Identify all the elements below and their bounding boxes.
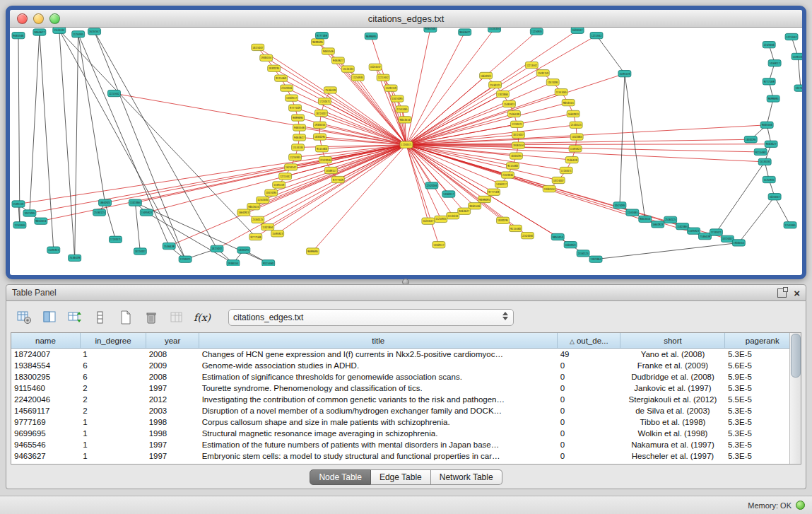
graph-edge[interactable] — [30, 145, 406, 214]
graph-node[interactable]: 17240471 — [560, 167, 572, 173]
graph-node[interactable]: 16244547 — [88, 28, 101, 35]
graph-node[interactable]: 16244547 — [571, 28, 584, 33]
graph-node[interactable]: 12213442 — [108, 90, 121, 96]
graph-node[interactable]: 15491159 — [792, 53, 802, 59]
row-height-icon[interactable] — [91, 308, 110, 327]
network-canvas[interactable]: 1724047118724007193845541830029591154602… — [10, 28, 802, 266]
graph-edge[interactable] — [18, 35, 20, 225]
graph-node[interactable]: 15491159 — [536, 70, 549, 76]
graph-node[interactable]: 25160125 — [489, 81, 502, 88]
network-graph[interactable]: 1724047118724007193845541830029591154602… — [10, 28, 802, 266]
graph-node[interactable]: 16640923 — [564, 242, 577, 248]
graph-node[interactable]: 11254935 — [289, 154, 302, 160]
graph-node[interactable]: 18300295 — [510, 153, 522, 159]
graph-node[interactable]: 11543465 — [257, 197, 269, 203]
graph-node[interactable]: 19384554 — [543, 185, 555, 192]
graph-node[interactable]: 9699695 — [292, 115, 305, 121]
table-cell[interactable]: 19384554 — [11, 360, 80, 371]
graph-edge[interactable] — [169, 145, 406, 246]
graph-node[interactable]: 25160125 — [570, 122, 582, 128]
graph-node[interactable]: 14569117 — [433, 242, 445, 248]
table-cell[interactable]: 1 — [80, 349, 146, 361]
graph-node[interactable]: 11254935 — [72, 31, 85, 37]
graph-node[interactable]: 9699695 — [478, 196, 491, 202]
table-row[interactable]: 969969511998Structural magnetic resonanc… — [11, 428, 800, 439]
graph-node[interactable]: 9777169 — [315, 33, 328, 39]
graph-node[interactable]: 17240471 — [318, 98, 331, 105]
graph-node[interactable]: 16640923 — [237, 209, 250, 216]
graph-node[interactable]: 11543465 — [396, 106, 408, 112]
graph-node[interactable]: 16640923 — [567, 110, 579, 117]
table-cell[interactable]: 6 — [80, 371, 146, 382]
table-cell[interactable]: 1997 — [146, 439, 199, 450]
graph-node[interactable]: 17240471 — [109, 236, 122, 243]
graph-edge[interactable] — [40, 33, 54, 250]
table-row[interactable]: 1830029562008Estimation of significance … — [11, 371, 800, 382]
table-cell[interactable]: 0 — [558, 405, 620, 416]
graph-node[interactable]: 15134334 — [53, 28, 66, 33]
graph-node[interactable]: 15491159 — [618, 71, 631, 77]
graph-edge[interactable] — [59, 30, 256, 237]
column-header-year[interactable]: year — [146, 333, 199, 349]
graph-node[interactable]: 12213442 — [377, 74, 389, 81]
table-scrollbar[interactable] — [789, 333, 801, 464]
graph-node[interactable]: 12213442 — [525, 62, 538, 68]
graph-edge[interactable] — [406, 145, 760, 152]
table-row[interactable]: 911546021997Tourette syndrome. Phenomeno… — [11, 382, 800, 394]
graph-node[interactable]: 9699695 — [767, 95, 779, 102]
graph-node[interactable]: 15134334 — [292, 144, 305, 151]
graph-node[interactable]: 7536439 — [507, 110, 520, 117]
graph-node[interactable]: 18724007 — [512, 132, 524, 138]
graph-node[interactable]: 11543465 — [626, 209, 639, 216]
graph-node[interactable]: 9115460 — [315, 146, 328, 152]
graph-node[interactable]: 14569117 — [768, 60, 781, 66]
graph-node[interactable]: 15134334 — [341, 66, 354, 72]
table-cell[interactable]: Franke et al. (2009) — [620, 360, 725, 371]
table-cell[interactable]: 5.3E-5 — [725, 416, 800, 428]
graph-node[interactable]: 9463627 — [33, 29, 46, 35]
table-cell[interactable]: 0 — [558, 371, 620, 382]
graph-node[interactable]: 9465546 — [293, 124, 306, 131]
graph-node[interactable]: 12213442 — [785, 33, 798, 40]
close-button[interactable] — [17, 13, 28, 24]
table-cell[interactable]: 18724007 — [11, 349, 80, 361]
table-cell[interactable]: 49 — [558, 349, 620, 361]
graph-node[interactable]: 7536439 — [565, 156, 578, 163]
graph-edge[interactable] — [767, 99, 773, 125]
graph-edge[interactable] — [59, 30, 75, 258]
graph-node[interactable]: 9853414 — [562, 99, 575, 105]
graph-edge[interactable] — [406, 82, 553, 144]
graph-node[interactable]: 9699695 — [311, 39, 324, 45]
graph-node[interactable]: 7536439 — [163, 243, 175, 249]
graph-edge[interactable] — [625, 74, 645, 219]
table-settings-icon[interactable] — [15, 308, 33, 327]
table-cell[interactable]: 1 — [80, 439, 146, 450]
show-columns-icon[interactable] — [40, 308, 59, 327]
graph-edge[interactable] — [95, 32, 217, 249]
table-cell[interactable]: 18300295 — [11, 371, 80, 382]
graph-node[interactable]: 9699695 — [307, 248, 319, 255]
graph-node[interactable]: 10474095 — [546, 79, 559, 86]
graph-node[interactable]: 9853414 — [35, 218, 47, 224]
graph-node[interactable]: 11823864 — [261, 223, 274, 230]
graph-node[interactable]: 9853414 — [247, 204, 260, 210]
graph-node[interactable]: 17240471 — [179, 256, 192, 262]
graph-node[interactable]: 10474095 — [794, 85, 802, 91]
new-file-icon[interactable] — [117, 308, 135, 327]
graph-node[interactable]: 18724007 — [314, 110, 327, 116]
table-cell[interactable]: 0 — [558, 428, 620, 439]
graph-node[interactable]: 9465546 — [760, 122, 773, 128]
graph-edge[interactable] — [406, 145, 441, 219]
graph-node[interactable]: 11254935 — [530, 28, 543, 35]
graph-node[interactable]: 18724007 — [211, 245, 223, 252]
table-cell[interactable]: 0 — [558, 394, 620, 405]
graph-node[interactable]: 12213442 — [590, 33, 603, 39]
graph-node[interactable]: 19384554 — [227, 260, 240, 266]
graph-node[interactable]: 15491159 — [384, 85, 397, 91]
table-cell[interactable]: 2003 — [146, 405, 199, 416]
graph-node[interactable]: 9853414 — [551, 233, 564, 240]
table-cell[interactable]: Hescheler et al. (1997) — [620, 450, 725, 462]
graph-node[interactable]: 14569117 — [442, 191, 455, 197]
graph-node[interactable]: 15495923 — [271, 230, 284, 237]
table-cell[interactable]: Tibbo et al. (1998) — [620, 416, 725, 428]
